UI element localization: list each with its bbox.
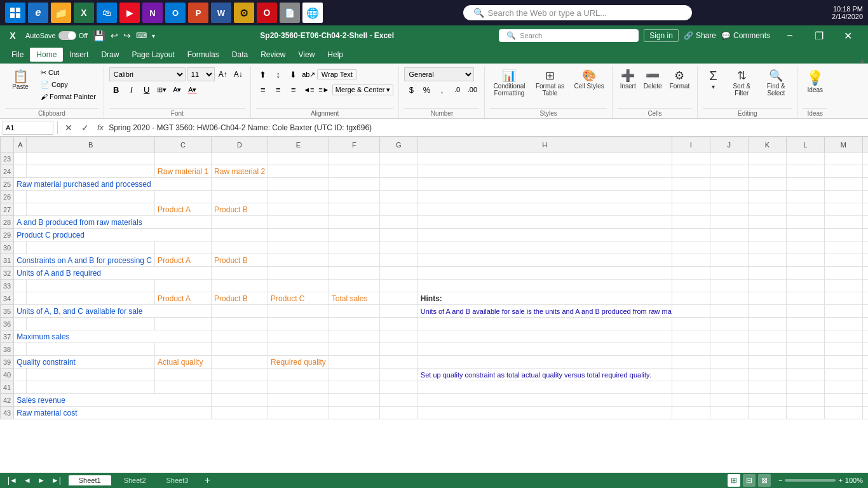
cell-39-n[interactable] [862, 356, 868, 369]
col-header-f[interactable]: F [329, 137, 379, 152]
cell-43-i[interactable] [672, 407, 710, 419]
word-icon[interactable]: W [211, 3, 231, 23]
cell-37-k[interactable] [748, 330, 786, 343]
cell-43-k[interactable] [748, 407, 786, 419]
cell-28-a[interactable]: A and B produced from raw materials [14, 216, 212, 229]
ie-icon[interactable]: e [28, 3, 48, 23]
normal-view-button[interactable]: ⊞ [728, 474, 740, 487]
cell-35-f[interactable] [329, 305, 379, 318]
cell-23-i[interactable] [672, 152, 710, 165]
cell-29-g[interactable] [379, 229, 417, 241]
cell-40-f[interactable] [329, 369, 379, 381]
cell-38-j[interactable] [710, 343, 748, 356]
cell-38-f[interactable] [329, 343, 379, 356]
customize-qat-icon[interactable]: ▾ [152, 32, 155, 39]
col-header-k[interactable]: K [748, 137, 786, 152]
format-painter-button[interactable]: 🖌 Format Painter [38, 92, 98, 102]
cell-styles-button[interactable]: 🎨 Cell Styles [571, 67, 606, 91]
cell-23-a[interactable] [14, 152, 27, 165]
font-name-select[interactable]: Calibri [109, 67, 186, 81]
cell-33-c[interactable] [155, 280, 212, 292]
underline-button[interactable]: U [140, 83, 154, 97]
menu-formulas[interactable]: Formulas [181, 48, 226, 62]
undo-icon[interactable]: ↩ [111, 30, 118, 41]
cell-26-k[interactable] [748, 191, 786, 203]
sort-filter-button[interactable]: ⇅ Sort & Filter [726, 67, 757, 98]
cell-28-h[interactable] [417, 216, 672, 229]
conditional-formatting-button[interactable]: 📊 Conditional Formatting [490, 67, 528, 98]
cell-33-n[interactable] [862, 280, 868, 292]
cell-39-i[interactable] [672, 356, 710, 369]
cell-32-f[interactable] [329, 267, 379, 280]
cell-39-d[interactable] [212, 356, 268, 369]
cell-30-f[interactable] [329, 241, 379, 254]
cell-27-i[interactable] [672, 203, 710, 216]
cell-36-i[interactable] [672, 318, 710, 330]
zoom-in-button[interactable]: + [838, 477, 842, 484]
cell-23-m[interactable] [824, 152, 862, 165]
cell-32-d[interactable] [212, 267, 268, 280]
page-layout-view-button[interactable]: ⊟ [743, 474, 756, 487]
cell-27-h[interactable] [417, 203, 672, 216]
cell-24-l[interactable] [786, 165, 824, 178]
cell-42-g[interactable] [379, 394, 417, 407]
cell-39-g[interactable] [379, 356, 417, 369]
sheet-tab-2[interactable]: Sheet2 [116, 475, 154, 485]
cell-40-a[interactable] [14, 369, 27, 381]
cell-29-k[interactable] [748, 229, 786, 241]
cell-28-g[interactable] [379, 216, 417, 229]
cell-33-e[interactable] [268, 280, 329, 292]
cell-29-m[interactable] [824, 229, 862, 241]
cell-38-c[interactable] [155, 343, 212, 356]
cell-25-l[interactable] [786, 178, 824, 191]
cell-38-b[interactable] [27, 343, 155, 356]
border-button[interactable]: ⊞▾ [155, 83, 169, 97]
insert-cells-button[interactable]: ➕ Insert [618, 67, 639, 91]
sheet-tab-3[interactable]: Sheet3 [159, 475, 196, 485]
right-align-button[interactable]: ≡ [287, 83, 301, 97]
onenote-icon[interactable]: N [142, 3, 163, 23]
delete-cells-button[interactable]: ➖ Delete [641, 67, 665, 91]
col-header-h[interactable]: H [417, 137, 672, 152]
cell-30-c[interactable] [155, 241, 212, 254]
cell-39-e[interactable]: Required quality [268, 356, 329, 369]
explorer-icon[interactable]: 📁 [51, 3, 71, 23]
excel-taskbar-icon[interactable]: X [74, 3, 94, 23]
cell-41-f[interactable] [329, 381, 379, 394]
cell-24-e[interactable] [268, 165, 329, 178]
cell-30-g[interactable] [379, 241, 417, 254]
opera-icon[interactable]: O [257, 3, 277, 23]
cell-27-n[interactable] [862, 203, 868, 216]
cell-30-d[interactable] [212, 241, 268, 254]
cell-34-n[interactable] [862, 292, 868, 305]
cell-37-m[interactable] [824, 330, 862, 343]
cell-41-b[interactable] [27, 381, 155, 394]
restore-button[interactable]: ❐ [804, 25, 834, 46]
menu-data[interactable]: Data [226, 48, 254, 62]
scroll-prev-sheet[interactable]: ◄ [21, 476, 34, 485]
cell-36-j[interactable] [710, 318, 748, 330]
cell-27-b[interactable] [27, 203, 155, 216]
format-as-table-button[interactable]: ⊞ Format as Table [531, 67, 569, 98]
cell-37-h[interactable] [417, 330, 672, 343]
cell-42-h[interactable] [417, 394, 672, 407]
top-align-button[interactable]: ⬆ [256, 67, 270, 81]
wrap-text-button[interactable]: Wrap Text [317, 69, 357, 79]
cell-27-f[interactable] [329, 203, 379, 216]
cell-29-a[interactable]: Product C produced [14, 229, 212, 241]
cell-30-n[interactable] [862, 241, 868, 254]
confirm-formula-button[interactable]: ✓ [78, 121, 92, 135]
col-header-a[interactable]: A [14, 137, 27, 152]
cell-33-j[interactable] [710, 280, 748, 292]
cell-40-h[interactable]: Set up quality constraint as total actua… [417, 369, 672, 381]
bold-button[interactable]: B [109, 83, 123, 97]
cell-31-g[interactable] [379, 254, 417, 267]
cell-41-a[interactable] [14, 381, 27, 394]
cell-28-f[interactable] [329, 216, 379, 229]
cell-31-e[interactable] [268, 254, 329, 267]
cell-40-j[interactable] [710, 369, 748, 381]
cell-39-j[interactable] [710, 356, 748, 369]
cell-33-f[interactable] [329, 280, 379, 292]
cell-37-e[interactable] [268, 330, 329, 343]
cell-34-k[interactable] [748, 292, 786, 305]
